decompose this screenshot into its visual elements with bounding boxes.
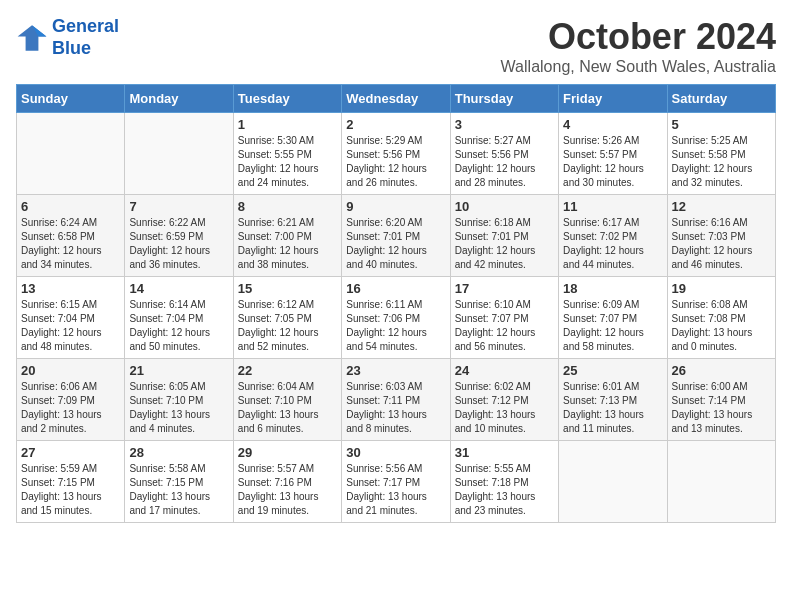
- logo-text: General Blue: [52, 16, 119, 59]
- day-info: Sunrise: 6:14 AM Sunset: 7:04 PM Dayligh…: [129, 298, 228, 354]
- day-number: 15: [238, 281, 337, 296]
- table-row: 4Sunrise: 5:26 AM Sunset: 5:57 PM Daylig…: [559, 113, 667, 195]
- day-info: Sunrise: 6:12 AM Sunset: 7:05 PM Dayligh…: [238, 298, 337, 354]
- table-row: 19Sunrise: 6:08 AM Sunset: 7:08 PM Dayli…: [667, 277, 775, 359]
- day-info: Sunrise: 6:00 AM Sunset: 7:14 PM Dayligh…: [672, 380, 771, 436]
- day-number: 21: [129, 363, 228, 378]
- table-row: 9Sunrise: 6:20 AM Sunset: 7:01 PM Daylig…: [342, 195, 450, 277]
- table-row: 23Sunrise: 6:03 AM Sunset: 7:11 PM Dayli…: [342, 359, 450, 441]
- day-number: 23: [346, 363, 445, 378]
- table-row: 20Sunrise: 6:06 AM Sunset: 7:09 PM Dayli…: [17, 359, 125, 441]
- month-title: October 2024: [501, 16, 776, 58]
- table-row: 18Sunrise: 6:09 AM Sunset: 7:07 PM Dayli…: [559, 277, 667, 359]
- location: Wallalong, New South Wales, Australia: [501, 58, 776, 76]
- table-row: [17, 113, 125, 195]
- calendar-week-row: 20Sunrise: 6:06 AM Sunset: 7:09 PM Dayli…: [17, 359, 776, 441]
- day-info: Sunrise: 6:11 AM Sunset: 7:06 PM Dayligh…: [346, 298, 445, 354]
- day-info: Sunrise: 6:01 AM Sunset: 7:13 PM Dayligh…: [563, 380, 662, 436]
- header-thursday: Thursday: [450, 85, 558, 113]
- page-header: General Blue October 2024 Wallalong, New…: [16, 16, 776, 76]
- table-row: 31Sunrise: 5:55 AM Sunset: 7:18 PM Dayli…: [450, 441, 558, 523]
- day-info: Sunrise: 6:18 AM Sunset: 7:01 PM Dayligh…: [455, 216, 554, 272]
- table-row: 11Sunrise: 6:17 AM Sunset: 7:02 PM Dayli…: [559, 195, 667, 277]
- day-info: Sunrise: 6:08 AM Sunset: 7:08 PM Dayligh…: [672, 298, 771, 354]
- header-monday: Monday: [125, 85, 233, 113]
- day-number: 14: [129, 281, 228, 296]
- table-row: [559, 441, 667, 523]
- table-row: [125, 113, 233, 195]
- table-row: 26Sunrise: 6:00 AM Sunset: 7:14 PM Dayli…: [667, 359, 775, 441]
- day-number: 29: [238, 445, 337, 460]
- table-row: 7Sunrise: 6:22 AM Sunset: 6:59 PM Daylig…: [125, 195, 233, 277]
- day-number: 11: [563, 199, 662, 214]
- header-tuesday: Tuesday: [233, 85, 341, 113]
- day-info: Sunrise: 6:10 AM Sunset: 7:07 PM Dayligh…: [455, 298, 554, 354]
- day-number: 24: [455, 363, 554, 378]
- day-number: 7: [129, 199, 228, 214]
- table-row: 5Sunrise: 5:25 AM Sunset: 5:58 PM Daylig…: [667, 113, 775, 195]
- day-info: Sunrise: 5:56 AM Sunset: 7:17 PM Dayligh…: [346, 462, 445, 518]
- day-info: Sunrise: 5:27 AM Sunset: 5:56 PM Dayligh…: [455, 134, 554, 190]
- table-row: 1Sunrise: 5:30 AM Sunset: 5:55 PM Daylig…: [233, 113, 341, 195]
- table-row: [667, 441, 775, 523]
- table-row: 21Sunrise: 6:05 AM Sunset: 7:10 PM Dayli…: [125, 359, 233, 441]
- day-number: 5: [672, 117, 771, 132]
- day-number: 1: [238, 117, 337, 132]
- day-number: 8: [238, 199, 337, 214]
- day-number: 20: [21, 363, 120, 378]
- day-info: Sunrise: 6:03 AM Sunset: 7:11 PM Dayligh…: [346, 380, 445, 436]
- day-info: Sunrise: 6:05 AM Sunset: 7:10 PM Dayligh…: [129, 380, 228, 436]
- day-info: Sunrise: 6:09 AM Sunset: 7:07 PM Dayligh…: [563, 298, 662, 354]
- table-row: 6Sunrise: 6:24 AM Sunset: 6:58 PM Daylig…: [17, 195, 125, 277]
- day-number: 9: [346, 199, 445, 214]
- day-number: 22: [238, 363, 337, 378]
- day-info: Sunrise: 5:29 AM Sunset: 5:56 PM Dayligh…: [346, 134, 445, 190]
- day-info: Sunrise: 6:02 AM Sunset: 7:12 PM Dayligh…: [455, 380, 554, 436]
- svg-marker-0: [18, 25, 47, 51]
- day-info: Sunrise: 5:57 AM Sunset: 7:16 PM Dayligh…: [238, 462, 337, 518]
- day-number: 27: [21, 445, 120, 460]
- day-number: 26: [672, 363, 771, 378]
- day-number: 2: [346, 117, 445, 132]
- table-row: 13Sunrise: 6:15 AM Sunset: 7:04 PM Dayli…: [17, 277, 125, 359]
- logo-icon: [16, 22, 48, 54]
- header-sunday: Sunday: [17, 85, 125, 113]
- table-row: 12Sunrise: 6:16 AM Sunset: 7:03 PM Dayli…: [667, 195, 775, 277]
- table-row: 15Sunrise: 6:12 AM Sunset: 7:05 PM Dayli…: [233, 277, 341, 359]
- day-info: Sunrise: 6:20 AM Sunset: 7:01 PM Dayligh…: [346, 216, 445, 272]
- day-info: Sunrise: 6:04 AM Sunset: 7:10 PM Dayligh…: [238, 380, 337, 436]
- calendar-week-row: 27Sunrise: 5:59 AM Sunset: 7:15 PM Dayli…: [17, 441, 776, 523]
- title-section: October 2024 Wallalong, New South Wales,…: [501, 16, 776, 76]
- table-row: 29Sunrise: 5:57 AM Sunset: 7:16 PM Dayli…: [233, 441, 341, 523]
- day-number: 30: [346, 445, 445, 460]
- table-row: 25Sunrise: 6:01 AM Sunset: 7:13 PM Dayli…: [559, 359, 667, 441]
- header-wednesday: Wednesday: [342, 85, 450, 113]
- calendar-week-row: 13Sunrise: 6:15 AM Sunset: 7:04 PM Dayli…: [17, 277, 776, 359]
- day-number: 10: [455, 199, 554, 214]
- calendar-week-row: 6Sunrise: 6:24 AM Sunset: 6:58 PM Daylig…: [17, 195, 776, 277]
- day-number: 17: [455, 281, 554, 296]
- day-number: 3: [455, 117, 554, 132]
- table-row: 27Sunrise: 5:59 AM Sunset: 7:15 PM Dayli…: [17, 441, 125, 523]
- day-info: Sunrise: 5:59 AM Sunset: 7:15 PM Dayligh…: [21, 462, 120, 518]
- day-number: 12: [672, 199, 771, 214]
- table-row: 8Sunrise: 6:21 AM Sunset: 7:00 PM Daylig…: [233, 195, 341, 277]
- day-info: Sunrise: 5:30 AM Sunset: 5:55 PM Dayligh…: [238, 134, 337, 190]
- table-row: 16Sunrise: 6:11 AM Sunset: 7:06 PM Dayli…: [342, 277, 450, 359]
- logo: General Blue: [16, 16, 119, 59]
- table-row: 24Sunrise: 6:02 AM Sunset: 7:12 PM Dayli…: [450, 359, 558, 441]
- day-info: Sunrise: 5:55 AM Sunset: 7:18 PM Dayligh…: [455, 462, 554, 518]
- day-number: 16: [346, 281, 445, 296]
- header-saturday: Saturday: [667, 85, 775, 113]
- day-info: Sunrise: 6:06 AM Sunset: 7:09 PM Dayligh…: [21, 380, 120, 436]
- header-friday: Friday: [559, 85, 667, 113]
- table-row: 17Sunrise: 6:10 AM Sunset: 7:07 PM Dayli…: [450, 277, 558, 359]
- table-row: 14Sunrise: 6:14 AM Sunset: 7:04 PM Dayli…: [125, 277, 233, 359]
- day-info: Sunrise: 6:15 AM Sunset: 7:04 PM Dayligh…: [21, 298, 120, 354]
- day-number: 13: [21, 281, 120, 296]
- day-info: Sunrise: 6:16 AM Sunset: 7:03 PM Dayligh…: [672, 216, 771, 272]
- table-row: 22Sunrise: 6:04 AM Sunset: 7:10 PM Dayli…: [233, 359, 341, 441]
- day-info: Sunrise: 6:21 AM Sunset: 7:00 PM Dayligh…: [238, 216, 337, 272]
- calendar-header-row: Sunday Monday Tuesday Wednesday Thursday…: [17, 85, 776, 113]
- day-number: 4: [563, 117, 662, 132]
